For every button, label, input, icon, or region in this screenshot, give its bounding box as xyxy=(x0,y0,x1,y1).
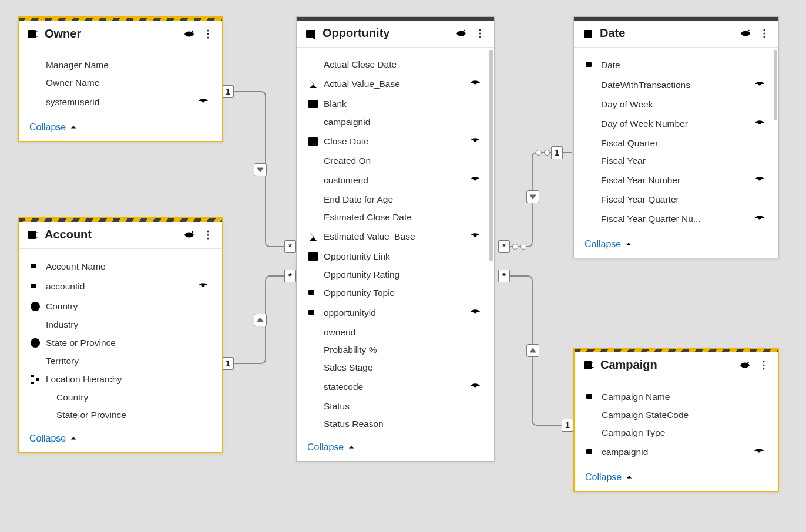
field-name: Fiscal Year xyxy=(601,156,765,166)
more-options-icon[interactable] xyxy=(758,28,770,39)
hidden-icon[interactable] xyxy=(469,380,481,394)
scrollbar[interactable] xyxy=(774,50,777,120)
field-row[interactable]: Blank xyxy=(299,95,492,113)
field-row[interactable]: Actual Close Date xyxy=(299,56,492,73)
table-card-owner[interactable]: Owner Manager NameOwner Namesystemuserid… xyxy=(18,16,223,142)
field-name: Country xyxy=(46,301,209,312)
table-icon xyxy=(305,28,317,39)
hidden-icon[interactable] xyxy=(753,445,765,459)
field-row[interactable]: Opportunity Rating xyxy=(299,266,492,284)
field-row[interactable]: Territory xyxy=(21,352,220,370)
hidden-icon[interactable] xyxy=(754,117,765,131)
hidden-icon[interactable] xyxy=(469,173,481,187)
field-row[interactable]: Fiscal Quarter xyxy=(576,134,776,152)
hidden-icon[interactable] xyxy=(754,173,765,187)
field-name: ownerid xyxy=(324,327,481,338)
field-row[interactable]: accountid xyxy=(21,276,220,297)
field-row[interactable]: Campaign Type xyxy=(577,424,775,442)
field-name: Sales Stage xyxy=(324,362,481,373)
field-row[interactable]: Opportunity Topic xyxy=(299,284,492,302)
field-row[interactable]: Sales Stage xyxy=(299,359,492,376)
collapse-link[interactable]: Collapse xyxy=(29,433,78,444)
field-row[interactable]: End Date for Age xyxy=(299,191,492,208)
field-row[interactable]: Fiscal Year Quarter Nu... xyxy=(576,208,776,230)
more-options-icon[interactable] xyxy=(202,229,214,241)
field-row[interactable]: Estimated Value_Base xyxy=(299,226,492,247)
visibility-icon[interactable] xyxy=(183,229,195,241)
field-row[interactable]: Manager Name xyxy=(21,56,220,74)
table-card-opportunity[interactable]: Opportunity Actual Close DateActual Valu… xyxy=(296,16,495,462)
field-row[interactable]: Date xyxy=(576,56,776,75)
field-name: Location Hierarchy xyxy=(46,374,209,385)
field-row[interactable]: Status xyxy=(299,398,492,415)
field-row[interactable]: Campaign StateCode xyxy=(577,406,775,424)
hidden-icon[interactable] xyxy=(197,95,209,109)
hidden-icon[interactable] xyxy=(469,134,481,149)
field-row[interactable]: State or Province xyxy=(21,406,220,424)
cardinality-opportunity-side: * xyxy=(284,240,296,253)
visibility-icon[interactable] xyxy=(740,28,751,39)
field-row[interactable]: campaignid xyxy=(577,442,775,463)
more-options-icon[interactable] xyxy=(758,359,770,371)
field-row[interactable]: ownerid xyxy=(299,324,492,341)
model-canvas[interactable]: 1 * 1 * * 1 * 1 Owner Manager NameOwner … xyxy=(0,0,806,532)
table-card-campaign[interactable]: Campaign Campaign NameCampaign StateCode… xyxy=(573,348,779,492)
field-row[interactable]: Fiscal Year Number xyxy=(576,170,776,191)
hidden-icon[interactable] xyxy=(197,280,209,294)
hidden-icon[interactable] xyxy=(469,230,481,244)
field-row[interactable]: Actual Value_Base xyxy=(299,73,492,95)
collapse-link[interactable]: Collapse xyxy=(29,122,78,133)
table-card-account[interactable]: Account Account NameaccountidCountryIndu… xyxy=(18,217,223,453)
table-card-date[interactable]: Date DateDateWithTransactionsDay of Week… xyxy=(573,16,779,258)
visibility-icon[interactable] xyxy=(739,359,751,371)
collapse-link[interactable]: Collapse xyxy=(585,239,633,250)
visibility-icon[interactable] xyxy=(455,28,467,39)
field-row[interactable]: Owner Name xyxy=(21,74,220,92)
field-name: accountid xyxy=(46,281,193,292)
field-row[interactable]: DateWithTransactions xyxy=(576,75,776,96)
collapse-label: Collapse xyxy=(307,442,344,453)
field-row[interactable]: Location Hierarchy xyxy=(21,370,220,389)
field-row[interactable]: Day of Week Number xyxy=(576,113,776,134)
collapse-link[interactable]: Collapse xyxy=(307,442,355,453)
field-row[interactable]: Probability % xyxy=(299,341,492,359)
field-row[interactable]: Created On xyxy=(299,152,492,170)
hidden-icon[interactable] xyxy=(754,212,765,226)
field-row[interactable]: opportunityid xyxy=(299,302,492,324)
field-type-icon xyxy=(29,301,46,312)
collapse-label: Collapse xyxy=(29,122,66,133)
field-row[interactable]: State or Province xyxy=(21,334,220,352)
cardinality-opportunity-side: * xyxy=(284,270,296,282)
field-row[interactable]: Opportunity Link xyxy=(299,247,492,266)
field-row[interactable]: Close Date xyxy=(299,131,492,152)
field-row[interactable]: Fiscal Year Quarter xyxy=(576,191,776,208)
field-name: Owner Name xyxy=(46,78,209,88)
field-name: Estimated Close Date xyxy=(324,212,481,223)
hidden-icon[interactable] xyxy=(469,77,481,91)
field-row[interactable]: Day of Week xyxy=(576,96,776,113)
hidden-icon[interactable] xyxy=(469,306,481,320)
field-row[interactable]: Estimated Close Date xyxy=(299,208,492,226)
field-row[interactable]: Campaign Name xyxy=(577,388,775,406)
field-row[interactable]: Account Name xyxy=(21,257,220,276)
field-row[interactable]: Country xyxy=(21,389,220,406)
collapse-link[interactable]: Collapse xyxy=(585,472,633,483)
field-row[interactable]: Country xyxy=(21,297,220,316)
field-row[interactable]: statecode xyxy=(299,376,492,398)
field-row[interactable]: customerid xyxy=(299,170,492,191)
field-name: campaignid xyxy=(324,117,481,127)
scrollbar[interactable] xyxy=(489,50,493,261)
more-options-icon[interactable] xyxy=(474,28,486,39)
more-options-icon[interactable] xyxy=(202,28,214,40)
table-icon xyxy=(27,28,39,40)
cardinality-opportunity-side: * xyxy=(498,240,510,253)
field-row[interactable]: systemuserid xyxy=(21,92,220,113)
field-row[interactable]: campaignid xyxy=(299,113,492,131)
field-row[interactable]: Status Reason xyxy=(299,415,492,433)
hidden-icon[interactable] xyxy=(754,78,765,92)
chevron-up-icon xyxy=(624,240,633,248)
field-row[interactable]: Industry xyxy=(21,316,220,334)
visibility-icon[interactable] xyxy=(183,28,195,40)
field-row[interactable]: Fiscal Year xyxy=(576,152,776,170)
field-type-icon xyxy=(307,136,324,147)
